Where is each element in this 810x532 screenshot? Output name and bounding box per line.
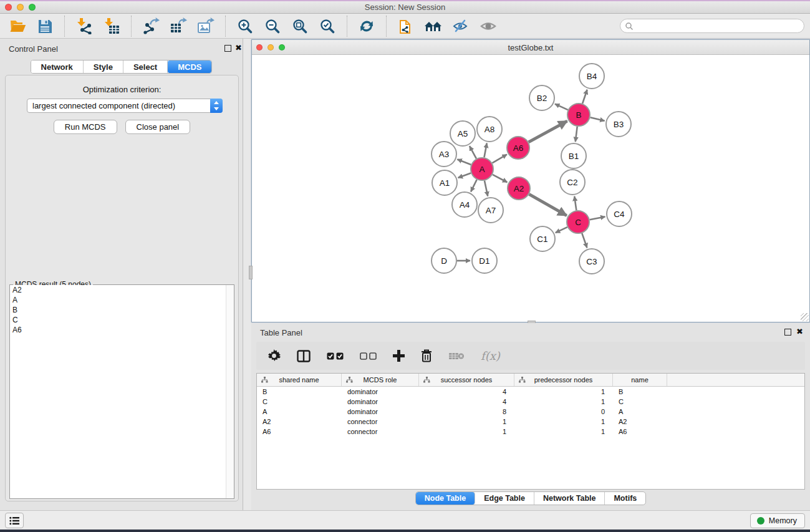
node-B2[interactable]: B2 [529, 85, 554, 110]
edge-A-A6[interactable] [492, 155, 506, 163]
search-field[interactable] [620, 19, 804, 33]
node-D[interactable]: D [432, 248, 456, 273]
close-panel-icon[interactable]: ✖ [235, 43, 242, 52]
node-B1[interactable]: B1 [561, 143, 586, 168]
first-neighbors-icon[interactable] [420, 16, 447, 37]
edge-C-C4[interactable] [590, 216, 605, 220]
table-row[interactable]: Bdominator41B [257, 387, 804, 397]
select-all-rows-icon[interactable] [327, 352, 344, 360]
cell-MCDS-role[interactable]: dominator [342, 387, 419, 397]
node-C4[interactable]: C4 [607, 201, 632, 226]
tab-mcds[interactable]: MCDS [168, 60, 211, 73]
cell-shared-name[interactable]: C [257, 397, 342, 407]
tab-style[interactable]: Style [84, 60, 123, 73]
cell-predecessor-nodes[interactable]: 1 [514, 387, 613, 397]
edge-C-C1[interactable] [556, 227, 567, 233]
edge-C-C3[interactable] [582, 233, 587, 248]
delete-column-icon[interactable] [421, 349, 432, 362]
mcds-result-item[interactable]: A [10, 295, 234, 305]
node-C1[interactable]: C1 [530, 226, 555, 251]
node-A5[interactable]: A5 [450, 121, 475, 146]
export-table-icon[interactable] [165, 16, 192, 37]
cell-name[interactable]: B [613, 387, 667, 397]
node-B4[interactable]: B4 [579, 64, 604, 89]
node-A[interactable]: A [471, 158, 493, 180]
memory-button[interactable]: Memory [750, 513, 805, 528]
cell-MCDS-role[interactable]: connector [342, 427, 419, 437]
column-header-name[interactable]: name [613, 374, 667, 386]
cell-shared-name[interactable]: A6 [257, 427, 342, 437]
edge-A-A3[interactable] [457, 159, 471, 165]
edge-A-A2[interactable] [493, 175, 508, 182]
tab-edge-table[interactable]: Edge Table [475, 492, 534, 505]
node-A7[interactable]: A7 [478, 198, 503, 223]
cell-MCDS-role[interactable]: connector [342, 417, 419, 427]
cell-MCDS-role[interactable]: dominator [342, 407, 419, 417]
mcds-result-item[interactable]: A2 [10, 285, 234, 295]
tab-network[interactable]: Network [31, 60, 84, 73]
show-all-icon[interactable] [475, 16, 502, 37]
mcds-list-scrollbar[interactable] [226, 285, 234, 498]
column-header-predecessor-nodes[interactable]: predecessor nodes [514, 374, 613, 386]
cell-predecessor-nodes[interactable]: 1 [514, 427, 613, 437]
table-row[interactable]: A2connector11A2 [257, 417, 804, 427]
zoom-out-icon[interactable] [259, 16, 286, 37]
import-network-icon[interactable] [70, 16, 98, 37]
deselect-all-rows-icon[interactable] [360, 352, 377, 360]
node-A2[interactable]: A2 [508, 177, 530, 200]
mcds-result-item[interactable]: C [10, 315, 234, 325]
cell-shared-name[interactable]: B [257, 387, 342, 397]
mcds-result-list[interactable]: A2ABCA6 [10, 285, 234, 498]
cell-predecessor-nodes[interactable]: 0 [514, 407, 613, 417]
float-panel-icon[interactable] [224, 45, 231, 52]
column-visibility-icon[interactable] [297, 350, 311, 362]
edge-B-B1[interactable] [576, 127, 577, 142]
hide-selected-icon[interactable] [447, 16, 475, 37]
edge-A-A8[interactable] [485, 143, 487, 158]
tab-node-table[interactable]: Node Table [416, 492, 475, 505]
network-vertical-scroll-thumb[interactable] [249, 266, 253, 279]
tab-motifs[interactable]: Motifs [605, 492, 645, 505]
edge-A-A7[interactable] [485, 181, 488, 196]
table-close-panel-icon[interactable]: ✖ [796, 327, 803, 336]
run-mcds-button[interactable]: Run MCDS [54, 120, 117, 134]
cell-MCDS-role[interactable]: dominator [342, 397, 419, 407]
node-C[interactable]: C [567, 211, 589, 233]
open-file-icon[interactable] [4, 16, 31, 37]
destroy-table-icon[interactable] [448, 352, 465, 360]
network-graph[interactable]: AA1A2A3A4A5A6A7A8BB1B2B3B4CC1C2C3C4DD1 [252, 55, 809, 322]
close-panel-button[interactable]: Close panel [125, 120, 191, 134]
column-header-shared-name[interactable]: shared name [257, 374, 342, 386]
tab-network-table[interactable]: Network Table [534, 492, 605, 505]
tab-select[interactable]: Select [123, 60, 168, 73]
edge-A-A5[interactable] [470, 146, 476, 158]
edge-B-B3[interactable] [590, 117, 604, 120]
cell-predecessor-nodes[interactable]: 1 [514, 397, 613, 407]
edge-A6-B[interactable] [529, 121, 567, 142]
zoom-in-icon[interactable] [231, 16, 259, 37]
cell-name[interactable]: C [613, 397, 667, 407]
column-header-successor-nodes[interactable]: successor nodes [419, 374, 514, 386]
edge-A-A4[interactable] [471, 180, 476, 191]
node-A1[interactable]: A1 [432, 170, 457, 195]
cell-shared-name[interactable]: A [257, 407, 342, 417]
edge-C-C2[interactable] [574, 196, 576, 210]
node-A8[interactable]: A8 [477, 117, 502, 142]
node-C2[interactable]: C2 [560, 170, 585, 195]
cell-successor-nodes[interactable]: 1 [419, 417, 514, 427]
cell-name[interactable]: A [613, 407, 667, 417]
criterion-dropdown[interactable]: largest connected component (directed) [27, 99, 223, 113]
table-float-panel-icon[interactable] [784, 329, 791, 336]
node-C3[interactable]: C3 [579, 249, 604, 274]
search-input[interactable] [634, 21, 804, 32]
cell-successor-nodes[interactable]: 4 [419, 387, 514, 397]
mcds-result-item[interactable]: A6 [10, 325, 234, 335]
task-history-button[interactable] [5, 513, 24, 528]
cell-successor-nodes[interactable]: 1 [419, 427, 514, 437]
network-canvas[interactable]: AA1A2A3A4A5A6A7A8BB1B2B3B4CC1C2C3C4DD1 [252, 55, 809, 322]
edge-B-B4[interactable] [582, 90, 587, 104]
settings-gear-icon[interactable] [268, 349, 281, 362]
mcds-result-item[interactable]: B [10, 305, 234, 315]
edge-A2-C[interactable] [529, 194, 567, 215]
column-header-MCDS-role[interactable]: MCDS role [342, 374, 419, 386]
